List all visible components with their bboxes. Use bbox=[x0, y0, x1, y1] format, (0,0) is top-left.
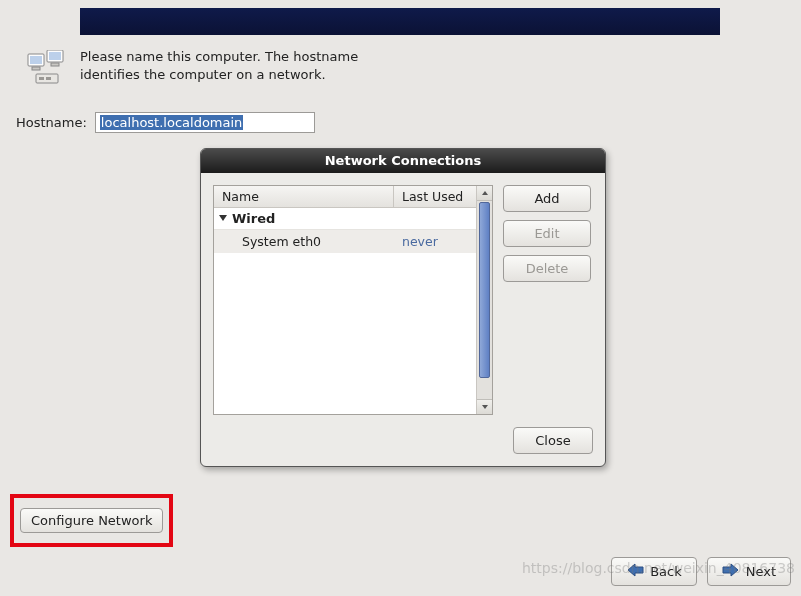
list-header: Name Last Used bbox=[214, 186, 476, 208]
add-button[interactable]: Add bbox=[503, 185, 591, 212]
next-button[interactable]: Next bbox=[707, 557, 791, 586]
edit-button[interactable]: Edit bbox=[503, 220, 591, 247]
scroll-down-icon[interactable] bbox=[477, 399, 492, 414]
column-name[interactable]: Name bbox=[214, 186, 394, 207]
computer-network-icon bbox=[26, 50, 66, 86]
svg-rect-5 bbox=[51, 63, 59, 66]
svg-rect-8 bbox=[46, 77, 51, 80]
column-last-used[interactable]: Last Used bbox=[394, 186, 476, 207]
side-buttons: Add Edit Delete bbox=[503, 185, 591, 415]
group-label: Wired bbox=[232, 211, 275, 226]
hostname-value: localhost.localdomain bbox=[100, 115, 243, 130]
svg-rect-4 bbox=[49, 52, 61, 60]
intro-block: Please name this computer. The hostname … bbox=[26, 48, 386, 86]
expand-collapse-icon[interactable] bbox=[218, 211, 228, 226]
network-connections-dialog: Network Connections Name Last Used Wired… bbox=[200, 148, 606, 467]
hostname-label: Hostname: bbox=[16, 115, 87, 130]
svg-rect-2 bbox=[32, 67, 40, 70]
delete-button[interactable]: Delete bbox=[503, 255, 591, 282]
scroll-thumb[interactable] bbox=[479, 202, 490, 378]
configure-network-button[interactable]: Configure Network bbox=[20, 508, 163, 533]
wizard-nav: Back Next bbox=[611, 557, 791, 586]
item-name: System eth0 bbox=[214, 230, 394, 253]
item-last-used: never bbox=[394, 230, 476, 253]
scrollbar[interactable] bbox=[476, 186, 492, 414]
header-banner bbox=[80, 8, 720, 35]
arrow-left-icon bbox=[626, 563, 644, 580]
svg-rect-7 bbox=[39, 77, 44, 80]
group-wired[interactable]: Wired bbox=[214, 208, 476, 230]
hostname-input[interactable]: localhost.localdomain bbox=[95, 112, 315, 133]
scroll-up-icon[interactable] bbox=[477, 186, 492, 201]
intro-text: Please name this computer. The hostname … bbox=[80, 48, 386, 86]
close-button[interactable]: Close bbox=[513, 427, 593, 454]
back-button[interactable]: Back bbox=[611, 557, 697, 586]
configure-network-highlight: Configure Network bbox=[10, 494, 173, 547]
connections-list: Name Last Used Wired System eth0 never bbox=[213, 185, 493, 415]
hostname-row: Hostname: localhost.localdomain bbox=[16, 112, 315, 133]
list-item[interactable]: System eth0 never bbox=[214, 230, 476, 253]
dialog-title: Network Connections bbox=[201, 149, 605, 173]
next-label: Next bbox=[746, 564, 776, 579]
svg-rect-1 bbox=[30, 56, 42, 64]
arrow-right-icon bbox=[722, 563, 740, 580]
back-label: Back bbox=[650, 564, 682, 579]
